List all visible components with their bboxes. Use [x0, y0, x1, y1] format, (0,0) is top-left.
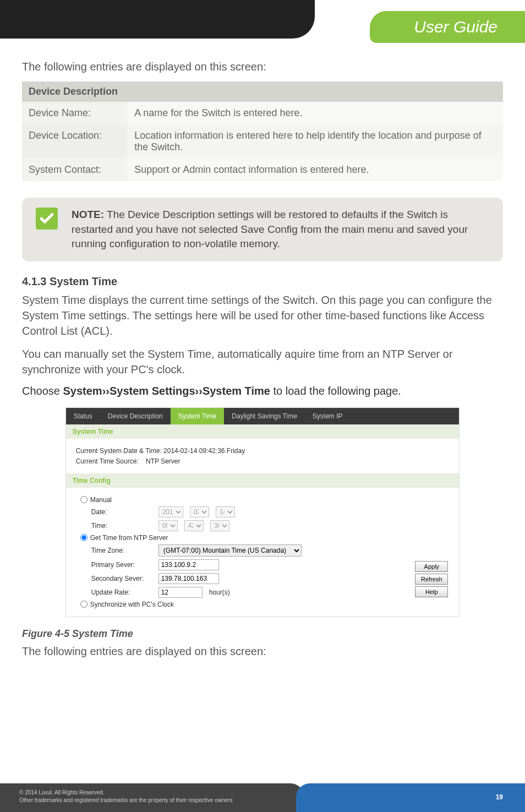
- footer-copyright: © 2014 Luxul. All Rights Reserved.: [19, 789, 285, 797]
- guide-title-tab: User Guide: [370, 11, 525, 43]
- current-datetime-label: Current System Date & Time:: [76, 447, 162, 455]
- menu-path-bold: System››System Settings››System Time: [63, 385, 270, 397]
- radio-sync-pc[interactable]: Synchronize with PC's Clock: [80, 601, 406, 608]
- current-source-value: NTP Server: [146, 457, 180, 465]
- primary-server-row: Primary Sever:: [91, 559, 406, 570]
- checkmark-icon: [36, 208, 58, 230]
- section-para-1: System Time displays the current time se…: [22, 292, 503, 339]
- row-value: A name for the Switch is entered here.: [128, 102, 503, 124]
- table-header: Device Description: [22, 81, 503, 102]
- footer-trademarks: Other trademarks and registered trademar…: [19, 797, 285, 804]
- timezone-select[interactable]: (GMT-07:00) Mountain Time (US Canada): [158, 544, 302, 557]
- current-source-row: Current Time Source: NTP Server: [76, 457, 450, 465]
- menu-prefix: Choose: [22, 385, 63, 397]
- date-label: Date:: [91, 508, 152, 516]
- current-source-label: Current Time Source:: [76, 457, 139, 465]
- time-hour-select[interactable]: 09: [158, 520, 178, 531]
- secondary-server-row: Secondary Sever:: [91, 573, 406, 584]
- note-text: The Device Description settings will be …: [72, 209, 468, 249]
- update-rate-row: Update Rate: hour(s): [91, 587, 406, 598]
- menu-path-line: Choose System››System Settings››System T…: [22, 385, 503, 397]
- figure-caption: Figure 4-5 System Time: [22, 628, 503, 640]
- radio-ntp-input[interactable]: [80, 534, 88, 541]
- update-rate-label: Update Rate:: [91, 588, 152, 596]
- date-month-select[interactable]: 02: [190, 506, 209, 517]
- row-label: Device Location:: [22, 124, 128, 159]
- radio-sync-pc-input[interactable]: [80, 601, 88, 608]
- table-row: System Contact: Support or Admin contact…: [22, 159, 503, 181]
- menu-suffix: to load the following page.: [270, 385, 401, 397]
- header-black-bar: [0, 0, 315, 39]
- row-value: Support or Admin contact information is …: [128, 159, 503, 181]
- closing-text: The following entries are displayed on t…: [22, 645, 503, 658]
- update-rate-unit: hour(s): [209, 588, 230, 596]
- current-datetime-row: Current System Date & Time: 2014-02-14 0…: [76, 447, 450, 455]
- radio-manual[interactable]: Manual: [80, 496, 406, 504]
- table-row: Device Name: A name for the Switch is en…: [22, 102, 503, 124]
- screenshot-tabbar: Status Device Description System Time Da…: [66, 408, 460, 424]
- tab-system-ip[interactable]: System IP: [305, 408, 351, 424]
- secondary-server-input[interactable]: [158, 573, 219, 584]
- date-day-select[interactable]: 14: [216, 506, 235, 517]
- date-field-row: Date: 2014 02 14: [91, 506, 406, 517]
- radio-sync-pc-label: Synchronize with PC's Clock: [90, 601, 174, 608]
- update-rate-input[interactable]: [158, 587, 203, 598]
- date-year-select[interactable]: 2014: [158, 506, 183, 517]
- secondary-server-label: Secondary Sever:: [91, 575, 152, 582]
- tab-status[interactable]: Status: [66, 408, 100, 424]
- row-label: System Contact:: [22, 159, 128, 181]
- section-title-413: 4.1.3 System Time: [22, 275, 503, 288]
- help-button[interactable]: Help: [415, 586, 448, 597]
- time-label: Time:: [91, 522, 152, 530]
- time-field-row: Time: 09 42 36: [91, 520, 406, 531]
- page-header: User Guide: [0, 0, 525, 55]
- intro-text: The following entries are displayed on t…: [22, 61, 503, 73]
- device-description-table: Device Description Device Name: A name f…: [22, 81, 503, 181]
- time-min-select[interactable]: 42: [184, 520, 204, 531]
- timezone-label: Time Zone:: [91, 547, 152, 554]
- radio-ntp[interactable]: Get Time from NTP Server: [80, 534, 406, 542]
- section-para-2: You can manually set the System Time, au…: [22, 346, 503, 377]
- page-number: 19: [496, 793, 503, 801]
- primary-server-label: Primary Sever:: [91, 561, 152, 569]
- footer-right: 19: [296, 783, 525, 812]
- refresh-button[interactable]: Refresh: [415, 574, 448, 585]
- apply-button[interactable]: Apply: [415, 561, 448, 572]
- tab-system-time[interactable]: System Time: [171, 408, 224, 424]
- row-value: Location information is entered here to …: [128, 124, 503, 159]
- current-datetime-value: 2014-02-14 09:42:36 Friday: [163, 447, 245, 455]
- radio-manual-input[interactable]: [80, 496, 88, 503]
- row-label: Device Name:: [22, 102, 128, 124]
- section-time-config-header: Time Config: [66, 473, 460, 488]
- table-row: Device Location: Location information is…: [22, 124, 503, 159]
- section-system-time-header: System Time: [66, 424, 460, 439]
- note-label: NOTE:: [72, 209, 104, 220]
- tab-device-description[interactable]: Device Description: [100, 408, 171, 424]
- primary-server-input[interactable]: [158, 559, 219, 570]
- page-footer: © 2014 Luxul. All Rights Reserved. Other…: [0, 783, 525, 812]
- timezone-row: Time Zone: (GMT-07:00) Mountain Time (US…: [91, 544, 406, 557]
- radio-manual-label: Manual: [90, 496, 112, 504]
- footer-left: © 2014 Luxul. All Rights Reserved. Other…: [0, 783, 304, 812]
- system-time-screenshot: Status Device Description System Time Da…: [65, 407, 460, 617]
- time-sec-select[interactable]: 36: [210, 520, 229, 531]
- tab-daylight-savings[interactable]: Daylight Savings Time: [224, 408, 305, 424]
- note-callout: NOTE: The Device Description settings wi…: [22, 198, 503, 261]
- radio-ntp-label: Get Time from NTP Server: [90, 534, 168, 542]
